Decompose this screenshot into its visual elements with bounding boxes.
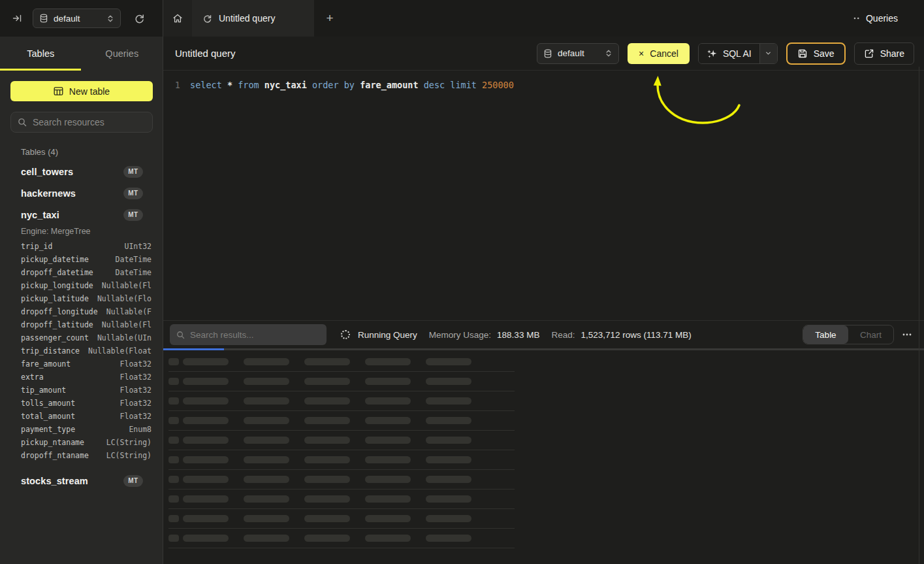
skeleton-cell: [168, 417, 179, 424]
resource-search-input[interactable]: [33, 117, 146, 127]
more-options-button[interactable]: [902, 329, 912, 340]
skeleton-cell: [304, 358, 350, 365]
skeleton-row: [168, 431, 515, 450]
skeleton-cell: [183, 437, 229, 444]
column-item: dropoff_longitudeNullable(F: [10, 305, 152, 318]
column-type: Nullable(Fl: [102, 320, 151, 329]
skeleton-cell: [168, 515, 179, 522]
skeleton-cell: [183, 378, 229, 385]
database-selector-value: default: [54, 14, 80, 24]
column-item: tolls_amountFloat32: [10, 397, 152, 410]
column-name: extra: [21, 373, 44, 382]
share-button[interactable]: Share: [854, 42, 914, 65]
engine-badge: MT: [123, 209, 143, 221]
skeleton-cell: [244, 535, 289, 542]
column-type: Float32: [120, 412, 151, 421]
skeleton-cell: [304, 456, 350, 463]
results-header: Running Query Memory Usage: 188.33 MB Re…: [163, 321, 924, 348]
column-type: Float32: [120, 399, 151, 408]
code-line: 1 select * from nyc_taxi order by fare_a…: [163, 79, 924, 91]
column-item: passenger_countNullable(UIn: [10, 331, 152, 344]
column-type: Float32: [120, 359, 151, 369]
new-table-button[interactable]: New table: [10, 81, 153, 101]
skeleton-cell: [244, 397, 289, 405]
collapse-sidebar-button[interactable]: [9, 10, 25, 26]
column-type: Nullable(UIn: [97, 333, 151, 342]
column-item: trip_distanceNullable(Float: [10, 344, 152, 357]
toolbar-database-selector[interactable]: default: [537, 43, 619, 64]
skeleton-cell: [304, 397, 350, 405]
skeleton-cell: [244, 378, 289, 385]
refresh-icon: [134, 13, 145, 24]
memory-usage-label: Memory Usage:: [429, 330, 491, 340]
sql-editor[interactable]: 1 select * from nyc_taxi order by fare_a…: [163, 71, 924, 320]
query-progress-bar: [163, 348, 924, 350]
query-tab-label: Untitled query: [219, 13, 275, 24]
home-tab-button[interactable]: [163, 0, 192, 37]
share-button-label: Share: [880, 48, 904, 59]
table-item[interactable]: nyc_taxiMT: [10, 204, 152, 225]
column-name: total_amount: [21, 412, 75, 421]
skeleton-cell: [426, 476, 471, 483]
read-label: Read:: [551, 330, 575, 340]
table-item[interactable]: stocks_streamMT: [10, 470, 152, 491]
column-name: dropoff_datetime: [21, 268, 93, 277]
skeleton-cell: [304, 535, 350, 542]
column-item: dropoff_datetimeDateTime: [10, 266, 152, 279]
table-name: nyc_taxi: [21, 210, 59, 220]
read-value: 1,523,712 rows (113.71 MB): [581, 330, 691, 340]
skeleton-cell: [183, 495, 229, 503]
scrollbar-gutter[interactable]: [919, 67, 919, 564]
sql-token: 250000: [482, 80, 514, 90]
collapse-sidebar-icon: [12, 13, 22, 24]
table-item[interactable]: cell_towersMT: [10, 161, 152, 182]
engine-label: Engine: MergeTree: [21, 227, 152, 236]
query-tab[interactable]: Untitled query: [192, 0, 314, 37]
skeleton-cell: [304, 378, 350, 385]
skeleton-cell: [426, 535, 471, 542]
table-name: hackernews: [21, 188, 76, 199]
sql-token: fare_amount: [360, 80, 424, 90]
column-item: extraFloat32: [10, 371, 152, 384]
database-icon: [543, 49, 552, 58]
sql-ai-label: SQL AI: [723, 48, 752, 59]
refresh-button[interactable]: [131, 10, 148, 27]
cancel-button-label: Cancel: [650, 48, 678, 59]
skeleton-cell: [426, 378, 471, 385]
column-item: pickup_longitudeNullable(Fl: [10, 279, 152, 292]
sidebar-tab-queries[interactable]: Queries: [82, 37, 163, 71]
new-tab-button[interactable]: +: [314, 0, 345, 37]
column-name: tip_amount: [21, 386, 66, 395]
skeleton-cell: [426, 437, 471, 444]
sidebar-tab-tables[interactable]: Tables: [0, 37, 82, 71]
active-tab-underline: [0, 69, 81, 71]
main-area: Untitled query + Queries Untitled query …: [163, 0, 924, 564]
column-type: Nullable(F: [106, 307, 151, 316]
view-toggle-chart[interactable]: Chart: [848, 325, 893, 344]
skeleton-cell: [168, 535, 179, 542]
sql-ai-button[interactable]: SQL AI: [699, 44, 759, 63]
database-selector[interactable]: default: [33, 8, 121, 28]
database-icon: [39, 14, 48, 23]
column-type: LC(String): [106, 451, 151, 460]
skeleton-cell: [365, 417, 411, 424]
skeleton-row: [168, 450, 515, 470]
close-icon: ×: [639, 49, 644, 58]
table-item[interactable]: hackernewsMT: [10, 182, 152, 204]
save-button[interactable]: Save: [786, 42, 846, 65]
view-toggle-table[interactable]: Table: [803, 325, 848, 344]
results-search-input[interactable]: [190, 330, 320, 340]
skeleton-cell: [365, 535, 411, 542]
sql-token: nyc_taxi: [264, 80, 312, 90]
column-type: Nullable(Float: [88, 346, 151, 356]
sql-ai-dropdown-button[interactable]: [760, 44, 777, 63]
sidebar-header: default: [0, 0, 163, 37]
tables-list: cell_towersMThackernewsMTnyc_taxiMTEngin…: [10, 161, 152, 491]
skeleton-cell: [365, 515, 411, 522]
skeleton-cell: [365, 358, 411, 365]
cancel-button[interactable]: × Cancel: [628, 43, 690, 64]
queries-link[interactable]: Queries: [853, 0, 898, 37]
column-type: Nullable(Fl: [102, 281, 151, 290]
column-name: dropoff_ntaname: [21, 451, 89, 460]
engine-badge: MT: [123, 166, 143, 178]
